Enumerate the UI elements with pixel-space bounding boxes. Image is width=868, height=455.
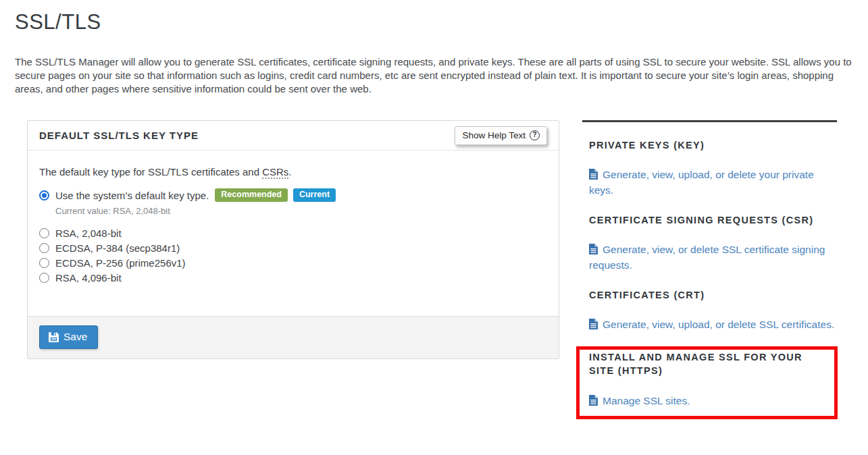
radio-option-ecdsa-p256[interactable]: ECDSA, P-256 (prime256v1) — [39, 255, 547, 270]
radio-option-ecdsa-p384[interactable]: ECDSA, P-384 (secp384r1) — [39, 240, 547, 255]
recommended-badge: Recommended — [215, 188, 288, 202]
help-button-label: Show Help Text — [462, 130, 526, 140]
sidebar-section-csr: CERTIFICATE SIGNING REQUESTS (CSR) Gener… — [582, 213, 837, 272]
card-header: DEFAULT SSL/TLS KEY TYPE Show Help Text … — [28, 121, 559, 151]
radio-label: RSA, 2,048-bit — [55, 228, 122, 239]
current-badge: Current — [293, 188, 336, 202]
certificates-link[interactable]: Generate, view, upload, or delete SSL ce… — [589, 317, 837, 333]
csrs-term[interactable]: CSRs — [262, 166, 288, 179]
floppy-disk-icon — [49, 332, 59, 342]
intro-period: . — [288, 166, 291, 178]
link-label: Manage SSL sites. — [603, 395, 690, 406]
section-heading-private-keys: PRIVATE KEYS (KEY) — [589, 138, 837, 152]
radio-label: ECDSA, P-256 (prime256v1) — [55, 257, 186, 269]
radio-button[interactable] — [39, 243, 49, 253]
sidebar: PRIVATE KEYS (KEY) Generate, view, uploa… — [582, 120, 837, 419]
private-keys-link[interactable]: Generate, view, upload, or delete your p… — [589, 167, 837, 197]
radio-label: RSA, 4,096-bit — [55, 272, 122, 284]
file-text-icon — [589, 244, 598, 258]
sidebar-section-private-keys: PRIVATE KEYS (KEY) Generate, view, uploa… — [582, 138, 837, 197]
radio-button[interactable] — [39, 273, 49, 283]
main-row: DEFAULT SSL/TLS KEY TYPE Show Help Text … — [15, 120, 853, 419]
file-text-icon — [589, 169, 598, 183]
radio-label: ECDSA, P-384 (secp384r1) — [55, 242, 180, 254]
save-button[interactable]: Save — [39, 325, 98, 349]
radio-option-rsa-4096[interactable]: RSA, 4,096-bit — [39, 270, 547, 285]
sidebar-section-install-ssl-highlighted: INSTALL AND MANAGE SSL FOR YOUR SITE (HT… — [576, 346, 838, 419]
sidebar-top-rule — [582, 120, 837, 122]
default-key-type-card: DEFAULT SSL/TLS KEY TYPE Show Help Text … — [27, 120, 559, 359]
link-label: Generate, view, upload, or delete your p… — [589, 169, 814, 196]
file-text-icon — [589, 395, 598, 409]
link-label: Generate, view, upload, or delete SSL ce… — [603, 319, 834, 330]
card-title: DEFAULT SSL/TLS KEY TYPE — [39, 130, 199, 141]
key-type-intro: The default key type for SSL/TLS certifi… — [39, 165, 547, 179]
save-button-label: Save — [63, 331, 87, 343]
page-description: The SSL/TLS Manager will allow you to ge… — [15, 55, 853, 96]
csr-link[interactable]: Generate, view, or delete SSL certificat… — [589, 242, 837, 272]
intro-text: The default key type for SSL/TLS certifi… — [39, 166, 262, 178]
radio-option-rsa-2048[interactable]: RSA, 2,048-bit — [39, 225, 547, 240]
radio-button[interactable] — [39, 258, 49, 268]
section-heading-install-ssl: INSTALL AND MANAGE SSL FOR YOUR SITE (HT… — [589, 350, 829, 377]
link-label: Generate, view, or delete SSL certificat… — [589, 244, 825, 271]
current-value-note: Current value: RSA, 2,048-bit — [55, 205, 547, 217]
radio-label: Use the system’s default key type. — [55, 190, 209, 201]
card-footer: Save — [28, 316, 559, 358]
radio-option-system-default[interactable]: Use the system’s default key type. Recom… — [39, 188, 547, 203]
manage-ssl-sites-link[interactable]: Manage SSL sites. — [589, 394, 829, 409]
radio-group: RSA, 2,048-bit ECDSA, P-384 (secp384r1) … — [39, 225, 547, 285]
radio-button[interactable] — [39, 228, 49, 238]
show-help-text-button[interactable]: Show Help Text ? — [455, 126, 547, 145]
question-circle-icon: ? — [530, 130, 540, 140]
ssl-tls-page: SSL/TLS The SSL/TLS Manager will allow y… — [0, 10, 868, 419]
section-heading-certificates: CERTIFICATES (CRT) — [589, 288, 837, 302]
card-body: The default key type for SSL/TLS certifi… — [28, 151, 559, 316]
sidebar-section-certificates: CERTIFICATES (CRT) Generate, view, uploa… — [582, 288, 837, 333]
page-title: SSL/TLS — [15, 10, 853, 34]
file-text-icon — [589, 319, 598, 333]
section-heading-csr: CERTIFICATE SIGNING REQUESTS (CSR) — [589, 213, 837, 227]
radio-button-selected[interactable] — [39, 190, 49, 200]
